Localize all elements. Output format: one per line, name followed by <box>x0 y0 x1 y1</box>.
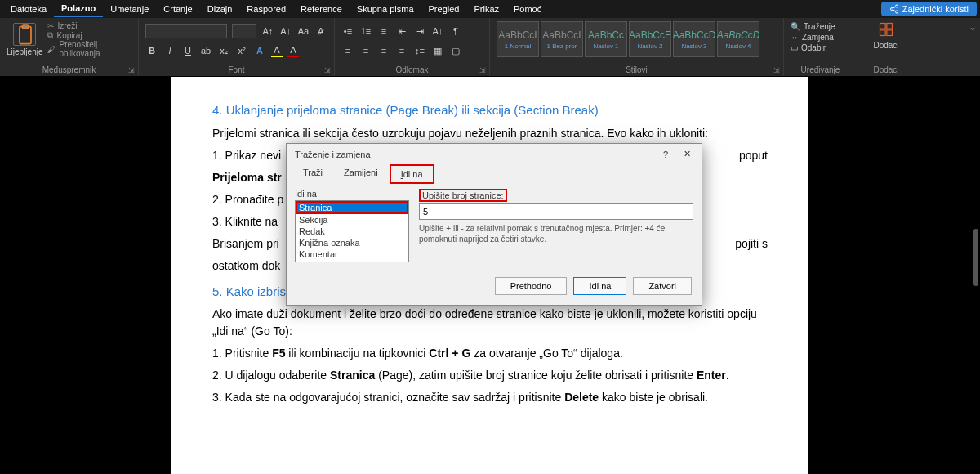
para: Ako imate duži dokument i želite brzo do… <box>212 306 768 340</box>
font-launcher-icon[interactable]: ⇲ <box>324 66 331 74</box>
help-button[interactable]: ? <box>659 150 672 159</box>
menu-dizajn[interactable]: Dizajn <box>200 2 240 16</box>
bullets-icon[interactable]: •≡ <box>341 25 354 38</box>
line-spacing-icon[interactable]: ↕≡ <box>413 44 426 57</box>
addons-icon <box>878 21 894 38</box>
svg-rect-7 <box>880 30 886 36</box>
menu-crtanje[interactable]: Crtanje <box>156 2 199 16</box>
clear-format-icon[interactable]: A̷ <box>314 25 327 38</box>
svg-rect-6 <box>887 24 893 29</box>
strike-button[interactable]: ab <box>199 44 212 57</box>
tab-goto[interactable]: Idi na <box>390 164 434 184</box>
scrollbar-thumb[interactable] <box>973 229 978 286</box>
paragraph-label: Odlomak <box>335 65 489 76</box>
shrink-font-icon[interactable]: A↓ <box>279 25 292 38</box>
superscript-button[interactable]: x² <box>235 44 248 57</box>
page-number-input[interactable] <box>419 203 693 220</box>
font-family-select[interactable] <box>145 24 227 38</box>
list-item[interactable]: Fusnota <box>296 260 408 262</box>
cut-button[interactable]: ✂Izreži <box>47 21 131 30</box>
indent-icon[interactable]: ⇥ <box>413 25 426 38</box>
align-center-icon[interactable]: ≡ <box>359 44 372 57</box>
paste-button[interactable]: Lijepljenje <box>7 21 42 58</box>
group-font: A↑ A↓ Aa A̷ B I U ab x₂ x² A A A Font ⇲ <box>139 18 335 76</box>
menu-polazno[interactable]: Polazno <box>54 1 103 17</box>
font-size-select[interactable] <box>232 24 256 38</box>
list-item[interactable]: Komentar <box>296 248 408 260</box>
menu-datoteka[interactable]: Datoteka <box>3 2 54 16</box>
tab-find[interactable]: Traži <box>293 164 332 184</box>
style-h4[interactable]: AaBbCcDNaslov 4 <box>717 21 760 57</box>
collapse-ribbon-icon[interactable]: ⌄ <box>965 18 980 76</box>
subscript-button[interactable]: x₂ <box>217 44 230 57</box>
italic-button[interactable]: I <box>163 44 176 57</box>
clipboard-launcher-icon[interactable]: ⇲ <box>128 66 135 74</box>
dialog-titlebar[interactable]: Traženje i zamjena ? ✕ <box>287 144 702 164</box>
find-button[interactable]: 🔍Traženje <box>791 21 850 32</box>
styles-launcher-icon[interactable]: ⇲ <box>773 66 780 74</box>
list-item[interactable]: Knjižna oznaka <box>296 237 408 248</box>
share-icon <box>889 4 899 14</box>
menu-pregled[interactable]: Pregled <box>421 2 467 16</box>
svg-point-0 <box>895 5 898 7</box>
ribbon: Lijepljenje ✂Izreži ⧉Kopiraj 🖌Prenositel… <box>0 18 980 77</box>
tab-replace[interactable]: Zamijeni <box>334 164 388 184</box>
scissors-icon: ✂ <box>47 21 54 30</box>
menu-umetanje[interactable]: Umetanje <box>103 2 156 16</box>
highlight-button[interactable]: A <box>271 44 283 57</box>
align-left-icon[interactable]: ≡ <box>341 44 354 57</box>
addons-button[interactable]: Dodaci <box>864 21 908 50</box>
previous-button[interactable]: Prethodno <box>495 277 568 295</box>
borders-icon[interactable]: ▢ <box>449 44 462 57</box>
justify-icon[interactable]: ≡ <box>395 44 408 57</box>
style-normal[interactable]: AaBbCcI1 Normal <box>497 21 539 57</box>
list-item-stranica[interactable]: Stranica <box>296 201 408 214</box>
copy-icon: ⧉ <box>47 30 53 40</box>
replace-button[interactable]: ↔Zamjena <box>791 32 850 42</box>
multilevel-icon[interactable]: ≡ <box>377 25 390 38</box>
svg-rect-4 <box>23 25 29 29</box>
style-h1[interactable]: AaBbCcNaslov 1 <box>585 21 627 57</box>
goto-button[interactable]: Idi na <box>573 277 626 295</box>
paragraph-launcher-icon[interactable]: ⇲ <box>479 66 486 74</box>
format-painter-button[interactable]: 🖌Prenositelj oblikovanja <box>47 40 131 58</box>
style-nospacing[interactable]: AaBbCcI1 Bez pror <box>541 21 583 57</box>
svg-rect-8 <box>887 30 893 36</box>
close-button[interactable]: Zatvori <box>633 277 692 295</box>
addons-btn-label: Dodaci <box>864 41 908 50</box>
copy-button[interactable]: ⧉Kopiraj <box>47 30 131 40</box>
font-color-button[interactable]: A <box>287 44 299 57</box>
goto-listbox[interactable]: Stranica Sekcija Redak Knjižna oznaka Ko… <box>295 200 409 262</box>
menu-reference[interactable]: Reference <box>293 2 350 16</box>
numbering-icon[interactable]: 1≡ <box>359 25 372 38</box>
cursor-icon: ▭ <box>791 43 798 52</box>
select-button[interactable]: ▭Odabir <box>791 42 850 53</box>
para: 3. Kada ste na odgovarajućoj stranici, o… <box>212 389 768 406</box>
sort-icon[interactable]: A↓ <box>431 25 444 38</box>
align-right-icon[interactable]: ≡ <box>377 44 390 57</box>
share-button[interactable]: Zajednički koristi <box>881 2 977 16</box>
replace-icon: ↔ <box>791 33 799 42</box>
list-item[interactable]: Redak <box>296 226 408 237</box>
bold-button[interactable]: B <box>145 44 158 57</box>
group-styles: AaBbCcI1 Normal AaBbCcI1 Bez pror AaBbCc… <box>490 18 784 76</box>
change-case-icon[interactable]: Aa <box>297 25 310 38</box>
underline-button[interactable]: U <box>181 44 194 57</box>
style-h2[interactable]: AaBbCcENaslov 2 <box>629 21 671 57</box>
list-item[interactable]: Sekcija <box>296 214 408 226</box>
menu-prikaz[interactable]: Prikaz <box>466 2 506 16</box>
share-label: Zajednički koristi <box>902 4 969 14</box>
menu-skupna[interactable]: Skupna pisma <box>350 2 421 16</box>
menu-pomoc[interactable]: Pomoć <box>506 2 549 16</box>
group-paragraph: •≡ 1≡ ≡ ⇤ ⇥ A↓ ¶ ≡ ≡ ≡ ≡ ↕≡ ▦ ▢ Odlomak … <box>335 18 490 76</box>
text-effects-icon[interactable]: A <box>253 44 266 57</box>
shading-icon[interactable]: ▦ <box>431 44 444 57</box>
show-marks-icon[interactable]: ¶ <box>449 25 462 38</box>
menu-raspored[interactable]: Raspored <box>239 2 293 16</box>
addons-label: Dodaci <box>858 65 915 76</box>
para: 2. U dijalogu odaberite Stranica (Page),… <box>212 367 768 384</box>
outdent-icon[interactable]: ⇤ <box>395 25 408 38</box>
grow-font-icon[interactable]: A↑ <box>261 25 274 38</box>
close-icon[interactable]: ✕ <box>680 149 693 159</box>
style-h3[interactable]: AaBbCcDNaslov 3 <box>673 21 715 57</box>
